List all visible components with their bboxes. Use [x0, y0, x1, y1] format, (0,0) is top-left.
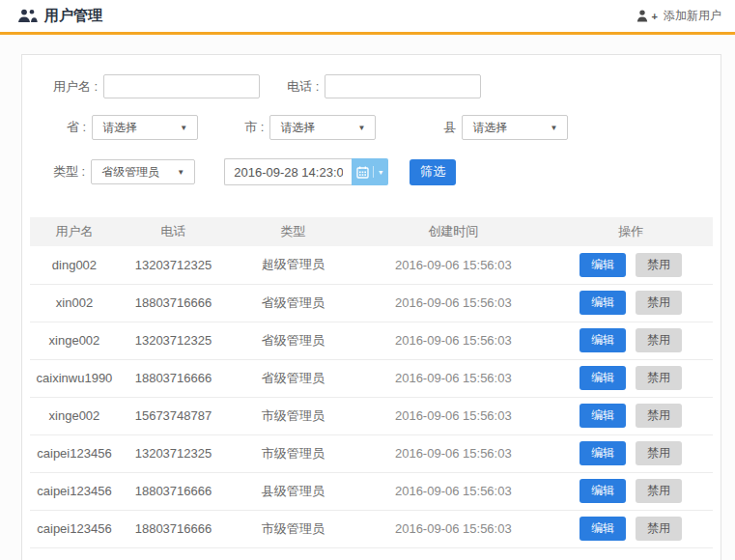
- cell-phone: 15673748787: [119, 397, 228, 434]
- content-panel: 用户名 : 电话 : 省 : 请选择 ▼ 市 : 请选择 ▼ 县 请选择: [21, 54, 721, 560]
- cell-actions: 编辑 禁用: [549, 434, 713, 472]
- cell-phone: 18803716666: [119, 284, 228, 322]
- username-label: 用户名 :: [53, 78, 98, 96]
- table-row: xinge002 13203712325 省级管理员 2016-09-06 15…: [30, 322, 713, 359]
- user-table-body: ding002 13203712325 超级管理员 2016-09-06 15:…: [30, 246, 713, 547]
- calendar-caret-icon: ▼: [373, 166, 384, 178]
- cell-username: xinge002: [30, 397, 119, 434]
- edit-button[interactable]: 编辑: [580, 479, 626, 503]
- col-actions: 操作: [549, 217, 713, 246]
- cell-username: caipei123456: [30, 510, 119, 547]
- disable-button[interactable]: 禁用: [636, 366, 682, 390]
- cell-created: 2016-09-06 15:56:03: [357, 246, 549, 284]
- table-row: caipei123456 13203712325 市级管理员 2016-09-0…: [30, 434, 713, 472]
- cell-phone: 13203712325: [119, 434, 228, 472]
- calendar-icon: [356, 166, 369, 179]
- cell-created: 2016-09-06 15:56:03: [357, 472, 549, 510]
- cell-created: 2016-09-06 15:56:03: [357, 397, 549, 434]
- table-row: xinge002 15673748787 市级管理员 2016-09-06 15…: [30, 397, 713, 434]
- phone-input[interactable]: [325, 74, 481, 98]
- cell-type: 省级管理员: [228, 359, 357, 397]
- col-created: 创建时间: [357, 217, 549, 246]
- cell-actions: 编辑 禁用: [549, 397, 713, 434]
- city-label: 市 :: [244, 119, 264, 136]
- county-select-value: 请选择: [472, 120, 507, 136]
- cell-created: 2016-09-06 15:56:03: [357, 359, 549, 397]
- username-input[interactable]: [103, 74, 260, 98]
- cell-actions: 编辑 禁用: [549, 246, 713, 284]
- table-row: caipei123456 18803716666 县级管理员 2016-09-0…: [30, 472, 713, 510]
- cell-phone: 13203712325: [119, 322, 228, 359]
- edit-button[interactable]: 编辑: [580, 253, 626, 277]
- cell-username: ding002: [30, 246, 119, 284]
- user-table-wrap: 用户名 电话 类型 创建时间 操作 ding002 13203712325 超级…: [30, 217, 713, 548]
- page-header: 用户管理 + 添加新用户: [0, 0, 735, 35]
- province-label: 省 :: [67, 119, 86, 136]
- phone-label: 电话 :: [287, 78, 319, 96]
- cell-type: 县级管理员: [228, 472, 357, 510]
- disable-button[interactable]: 禁用: [636, 328, 682, 352]
- filter-form: 用户名 : 电话 : 省 : 请选择 ▼ 市 : 请选择 ▼ 县 请选择: [22, 55, 721, 185]
- cell-phone: 18803716666: [119, 510, 228, 547]
- col-phone: 电话: [119, 217, 228, 246]
- filter-button[interactable]: 筛选: [410, 159, 456, 185]
- chevron-down-icon: ▼: [551, 124, 558, 132]
- cell-type: 超级管理员: [228, 246, 357, 284]
- city-select[interactable]: 请选择 ▼: [269, 115, 376, 140]
- chevron-down-icon: ▼: [177, 168, 184, 177]
- province-select-value: 请选择: [102, 120, 137, 136]
- county-select[interactable]: 请选择 ▼: [462, 115, 568, 140]
- table-row: caixinwu1990 18803716666 省级管理员 2016-09-0…: [30, 359, 713, 397]
- user-table: 用户名 电话 类型 创建时间 操作 ding002 13203712325 超级…: [30, 217, 713, 548]
- page-title: 用户管理: [17, 7, 102, 25]
- col-username: 用户名: [30, 217, 119, 246]
- cell-created: 2016-09-06 15:56:03: [357, 434, 549, 472]
- add-user-button[interactable]: + 添加新用户: [636, 8, 721, 24]
- users-icon: [17, 9, 38, 23]
- cell-username: xin002: [30, 284, 119, 322]
- cell-created: 2016-09-06 15:56:03: [357, 284, 549, 322]
- date-picker-group: ▼: [224, 158, 388, 185]
- cell-type: 市级管理员: [228, 397, 357, 434]
- plus-icon: +: [652, 11, 658, 22]
- cell-phone: 18803716666: [119, 472, 228, 510]
- cell-created: 2016-09-06 15:56:03: [357, 510, 549, 547]
- cell-phone: 13203712325: [119, 246, 228, 284]
- disable-button[interactable]: 禁用: [636, 253, 682, 277]
- cell-username: caipei123456: [30, 434, 119, 472]
- add-user-icon: [636, 10, 649, 22]
- cell-type: 市级管理员: [228, 510, 357, 547]
- edit-button[interactable]: 编辑: [580, 441, 626, 465]
- city-select-value: 请选择: [280, 120, 315, 136]
- edit-button[interactable]: 编辑: [580, 328, 626, 352]
- cell-username: xinge002: [30, 322, 119, 359]
- disable-button[interactable]: 禁用: [636, 404, 682, 428]
- page-title-text: 用户管理: [44, 7, 102, 25]
- edit-button[interactable]: 编辑: [580, 291, 626, 315]
- filter-row-3: 类型 : 省级管理员 ▼: [22, 158, 721, 185]
- cell-actions: 编辑 禁用: [549, 472, 713, 510]
- province-select[interactable]: 请选择 ▼: [92, 115, 198, 140]
- disable-button[interactable]: 禁用: [636, 479, 682, 503]
- cell-type: 市级管理员: [228, 434, 357, 472]
- county-label: 县: [443, 119, 456, 136]
- edit-button[interactable]: 编辑: [580, 366, 626, 390]
- table-row: caipei123456 18803716666 市级管理员 2016-09-0…: [30, 510, 713, 547]
- chevron-down-icon: ▼: [358, 124, 366, 132]
- type-select[interactable]: 省级管理员 ▼: [91, 159, 195, 184]
- cell-username: caixinwu1990: [30, 359, 119, 397]
- edit-button[interactable]: 编辑: [580, 517, 626, 541]
- date-input[interactable]: [224, 158, 352, 185]
- cell-username: caipei123456: [30, 472, 119, 510]
- table-row: xin002 18803716666 省级管理员 2016-09-06 15:5…: [30, 284, 713, 322]
- cell-type: 省级管理员: [228, 322, 357, 359]
- disable-button[interactable]: 禁用: [636, 441, 682, 465]
- table-header: 用户名 电话 类型 创建时间 操作: [30, 217, 713, 246]
- disable-button[interactable]: 禁用: [636, 291, 682, 315]
- edit-button[interactable]: 编辑: [580, 404, 626, 428]
- disable-button[interactable]: 禁用: [636, 517, 682, 541]
- calendar-button[interactable]: ▼: [352, 158, 388, 185]
- table-row: ding002 13203712325 超级管理员 2016-09-06 15:…: [30, 246, 713, 284]
- cell-actions: 编辑 禁用: [549, 322, 713, 359]
- col-type: 类型: [228, 217, 357, 246]
